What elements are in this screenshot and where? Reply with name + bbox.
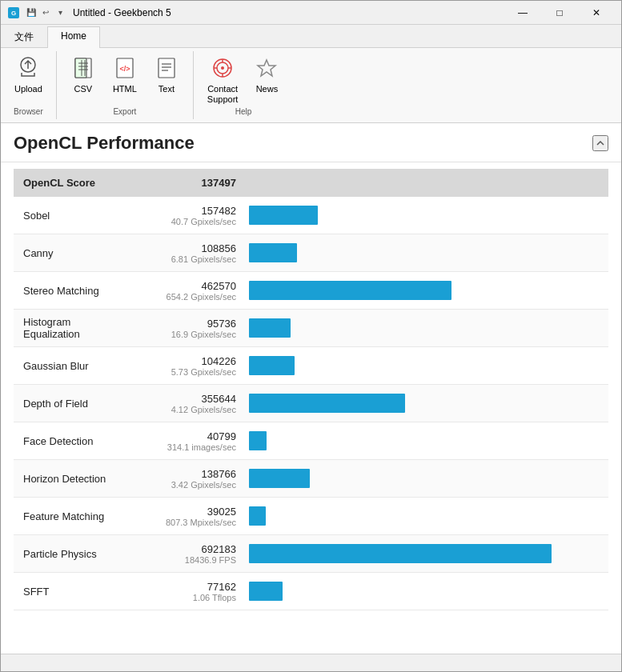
upload-label: Upload [14,84,42,94]
table-row: Face Detection 40799 314.1 images/sec [14,422,608,460]
bar-fill [249,281,451,300]
ribbon-group-browser: Upload Browser [1,51,57,119]
cell-score: 138766 3.42 Gpixels/sec [142,460,246,498]
status-bar [1,654,621,671]
contact-support-label: ContactSupport [207,84,239,105]
tab-home[interactable]: Home [47,26,100,48]
title-bar: G 💾 ↩ ▾ Untitled - Geekbench 5 — □ ✕ [1,1,621,25]
col-score-header: 137497 [142,169,246,197]
cell-name: Feature Matching [14,498,142,535]
ribbon-group-export: CSV </> HTML [57,51,194,119]
cell-name: Depth of Field [14,385,142,422]
undo-quick-btn[interactable]: ↩ [39,6,52,19]
csv-icon [70,55,96,81]
minimize-button[interactable]: — [504,1,541,25]
table-row: Sobel 157482 40.7 Gpixels/sec [14,197,608,234]
table-row: SFFT 77162 1.06 Tflops [14,573,608,610]
bar-fill [249,469,310,488]
cell-bar [246,197,608,234]
svg-point-18 [221,66,224,70]
cell-bar [246,347,608,385]
benchmark-table: OpenCL Score 137497 Sobel 157482 40.7 Gp… [14,169,608,610]
col-name-header: OpenCL Score [14,169,142,197]
bar-fill [249,544,552,563]
cell-score: 104226 5.73 Gpixels/sec [142,347,246,385]
window-title: Untitled - Geekbench 5 [73,7,504,18]
ribbon-content: Upload Browser [1,48,621,122]
cell-bar [246,460,608,498]
ribbon-group-help: ContactSupport News Help [194,51,294,119]
cell-bar [246,385,608,422]
bar-fill [249,506,266,526]
news-label: News [256,84,279,94]
cell-name: Gaussian Blur [14,347,142,385]
cell-score: 692183 18436.9 FPS [142,535,246,573]
page-title: OpenCL Performance [14,133,195,154]
cell-name: Face Detection [14,422,142,460]
cell-name: Particle Physics [14,535,142,573]
table-header: OpenCL Score 137497 [14,169,608,197]
table-row: Gaussian Blur 104226 5.73 Gpixels/sec [14,347,608,385]
upload-icon [15,55,41,81]
text-icon [154,55,179,81]
help-buttons: ContactSupport News [197,51,291,106]
maximize-button[interactable]: □ [541,1,578,25]
ribbon: 文件 Home Upload [1,25,621,123]
text-label: Text [159,84,175,94]
table-row: Horizon Detection 138766 3.42 Gpixels/se… [14,460,608,498]
window-controls: — □ ✕ [504,1,615,25]
cell-score: 108856 6.81 Gpixels/sec [142,234,246,272]
browser-group-label: Browser [4,106,53,119]
cell-bar [246,573,608,610]
help-group-label: Help [197,106,291,119]
ribbon-tabs: 文件 Home [1,25,621,48]
bar-fill [249,394,405,413]
svg-text:G: G [11,10,16,17]
cell-score: 95736 16.9 Gpixels/sec [142,310,246,347]
page-title-bar: OpenCL Performance [1,123,621,162]
cell-name: Sobel [14,197,142,234]
cell-score: 355644 4.12 Gpixels/sec [142,385,246,422]
text-button[interactable]: Text [146,53,187,104]
contact-support-button[interactable]: ContactSupport [200,53,246,104]
bar-fill [249,356,295,375]
table-row: Canny 108856 6.81 Gpixels/sec [14,234,608,272]
tab-file[interactable]: 文件 [1,26,47,47]
cell-bar [246,272,608,310]
main-window: G 💾 ↩ ▾ Untitled - Geekbench 5 — □ ✕ 文件 … [0,0,622,672]
scroll-up-button[interactable] [592,135,608,151]
cell-bar [246,234,608,272]
csv-button[interactable]: CSV [63,53,103,104]
svg-text:</>: </> [119,65,130,73]
bar-fill [249,243,297,262]
html-button[interactable]: </> HTML [105,53,145,104]
cell-name: SFFT [14,573,142,610]
cell-score: 462570 654.2 Gpixels/sec [142,272,246,310]
contact-support-icon [210,55,235,81]
cell-bar [246,310,608,347]
cell-name: HistogramEqualization [14,310,142,347]
table-row: Particle Physics 692183 18436.9 FPS [14,535,608,573]
bar-fill [249,318,291,338]
export-buttons: CSV </> HTML [60,51,190,106]
browser-buttons: Upload [4,51,53,106]
quick-access-dropdown[interactable]: ▾ [54,6,66,19]
app-icon: G [7,6,20,19]
save-quick-btn[interactable]: 💾 [25,6,38,19]
close-button[interactable]: ✕ [578,1,615,25]
cell-bar [246,535,608,573]
cell-score: 77162 1.06 Tflops [142,573,246,610]
upload-button[interactable]: Upload [7,53,50,104]
cell-score: 39025 807.3 Mpixels/sec [142,498,246,535]
cell-bar [246,422,608,460]
cell-score: 40799 314.1 images/sec [142,422,246,460]
cell-name: Stereo Matching [14,272,142,310]
news-button[interactable]: News [247,53,287,104]
html-label: HTML [113,84,137,94]
bar-fill [249,431,267,450]
main-content: OpenCL Performance OpenCL Score 137497 [1,123,621,654]
quick-access-toolbar: 💾 ↩ ▾ [25,6,66,19]
table-container: OpenCL Score 137497 Sobel 157482 40.7 Gp… [1,162,621,654]
svg-marker-23 [258,60,275,76]
table-row: HistogramEqualization 95736 16.9 Gpixels… [14,310,608,347]
